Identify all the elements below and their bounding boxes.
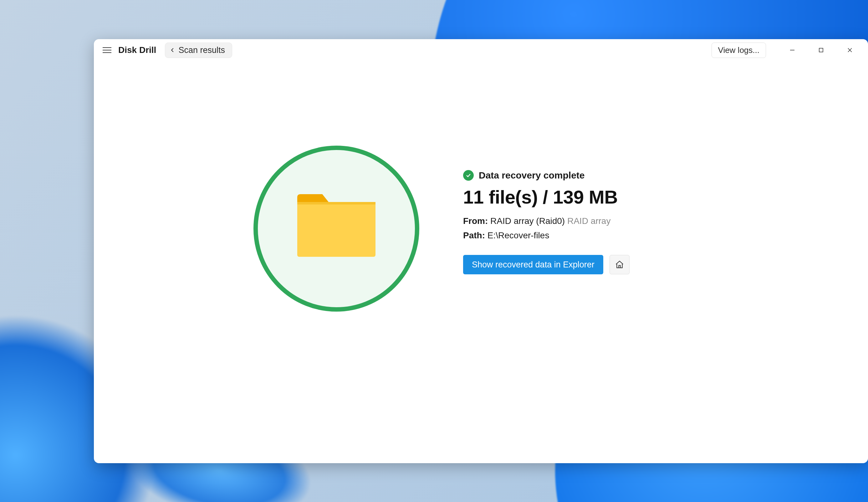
- back-scan-results-button[interactable]: Scan results: [165, 43, 232, 58]
- window-controls: [778, 41, 864, 60]
- from-row: From: RAID array (Raid0) RAID array: [463, 216, 630, 226]
- svg-rect-1: [819, 48, 823, 52]
- svg-rect-5: [297, 202, 375, 204]
- recovery-details: Data recovery complete 11 file(s) / 139 …: [463, 145, 630, 274]
- minimize-button[interactable]: [778, 41, 807, 60]
- success-folder-badge: [254, 145, 419, 312]
- path-value: E:\Recover-files: [487, 231, 549, 240]
- status-text: Data recovery complete: [479, 170, 585, 181]
- from-label: From:: [463, 216, 488, 226]
- show-in-explorer-button[interactable]: Show recovered data in Explorer: [463, 255, 603, 274]
- svg-rect-4: [297, 202, 375, 257]
- maximize-button[interactable]: [807, 41, 836, 60]
- close-button[interactable]: [836, 41, 864, 60]
- path-row: Path: E:\Recover-files: [463, 231, 630, 241]
- home-button[interactable]: [610, 255, 630, 274]
- from-secondary: RAID array: [567, 216, 610, 226]
- titlebar: Disk Drill Scan results View logs...: [94, 39, 868, 61]
- app-window: Disk Drill Scan results View logs...: [94, 39, 868, 463]
- recovery-summary: 11 file(s) / 139 MB: [463, 186, 630, 208]
- folder-icon: [294, 194, 379, 263]
- menu-button[interactable]: [101, 44, 113, 56]
- app-title: Disk Drill: [118, 45, 156, 55]
- home-icon: [615, 260, 624, 269]
- check-icon: [463, 170, 474, 181]
- content-area: Data recovery complete 11 file(s) / 139 …: [94, 61, 868, 463]
- path-label: Path:: [463, 231, 485, 240]
- chevron-left-icon: [169, 47, 175, 53]
- view-logs-button[interactable]: View logs...: [712, 43, 766, 58]
- from-value: RAID array (Raid0): [490, 216, 565, 226]
- back-label: Scan results: [178, 46, 225, 55]
